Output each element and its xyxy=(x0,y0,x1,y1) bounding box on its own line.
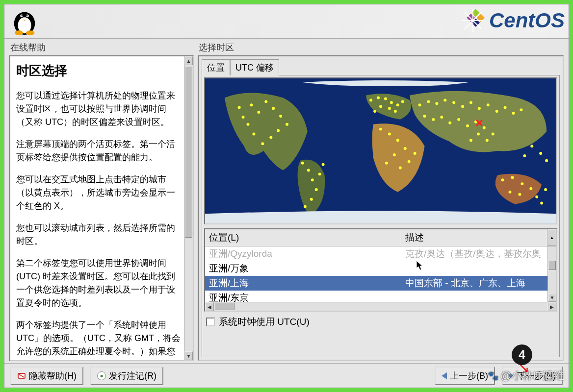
svg-point-39 xyxy=(401,100,404,103)
svg-point-52 xyxy=(414,152,417,155)
svg-point-7 xyxy=(26,30,34,35)
svg-point-36 xyxy=(384,97,387,100)
tab-utc-offset[interactable]: UTC 偏移 xyxy=(230,59,279,75)
svg-point-51 xyxy=(408,160,411,163)
column-header-location[interactable]: 位置(L) xyxy=(205,229,401,246)
svg-point-25 xyxy=(242,116,245,119)
svg-point-21 xyxy=(269,136,272,139)
scroll-right-button[interactable]: ▶ xyxy=(547,302,556,311)
svg-point-79 xyxy=(511,176,514,179)
svg-point-35 xyxy=(377,97,380,99)
svg-point-74 xyxy=(477,133,480,136)
svg-point-31 xyxy=(304,205,307,208)
svg-point-64 xyxy=(512,112,515,115)
paw-icon: 🐾 xyxy=(488,370,498,381)
svg-point-62 xyxy=(495,110,498,113)
svg-point-13 xyxy=(238,106,241,109)
back-button[interactable]: 上一步(B) xyxy=(435,367,495,385)
tab-location[interactable]: 位置 xyxy=(202,59,230,75)
cell-location: 亚洲/东京 xyxy=(205,292,401,302)
triangle-left-icon xyxy=(442,372,447,379)
svg-point-5 xyxy=(26,15,27,17)
svg-point-50 xyxy=(399,167,402,170)
svg-point-45 xyxy=(388,133,391,136)
svg-point-56 xyxy=(443,98,446,101)
utc-checkbox[interactable] xyxy=(206,318,215,326)
svg-point-80 xyxy=(521,182,523,185)
svg-point-46 xyxy=(396,139,399,142)
svg-point-49 xyxy=(385,162,388,165)
help-panel-title: 在线帮助 xyxy=(9,42,194,53)
scroll-up-button[interactable]: ▲ xyxy=(184,56,193,65)
utc-checkbox-label: 系统时钟使用 UTC(U) xyxy=(219,316,310,328)
svg-point-53 xyxy=(418,103,421,106)
svg-point-29 xyxy=(315,188,318,191)
help-paragraph: 两个标签均提供了一个「系统时钟使用 UTC」的选项。（UTC，又称 GMT，将会… xyxy=(16,318,181,360)
help-heading: 时区选择 xyxy=(16,61,181,80)
svg-point-86 xyxy=(540,202,543,205)
svg-point-54 xyxy=(427,100,430,103)
svg-point-73 xyxy=(483,126,486,129)
svg-point-38 xyxy=(396,103,399,106)
cell-location: 亚洲/万象 xyxy=(205,262,401,275)
svg-point-66 xyxy=(423,115,426,118)
svg-point-40 xyxy=(379,105,382,108)
svg-point-47 xyxy=(404,147,407,150)
timezone-panel-title: 选择时区 xyxy=(198,42,564,53)
svg-point-82 xyxy=(518,193,521,196)
svg-point-83 xyxy=(509,191,512,194)
table-row[interactable]: 亚洲/Qyzylorda 克孜/奥达（基孜/奥达，基孜尔奥 xyxy=(205,246,547,261)
table-scrollbar[interactable]: ▼ xyxy=(547,246,556,302)
table-hscrollbar[interactable]: ◀ ▶ xyxy=(205,302,556,311)
scroll-up-button[interactable]: ▲ xyxy=(547,229,556,246)
hide-help-button[interactable]: 隐藏帮助(H) xyxy=(10,367,83,385)
svg-point-33 xyxy=(322,163,325,166)
svg-point-69 xyxy=(448,122,451,124)
svg-point-61 xyxy=(487,103,490,106)
table-row[interactable]: 亚洲/东京 xyxy=(205,291,547,302)
svg-point-24 xyxy=(247,123,250,126)
release-notes-label: 发行注记(R) xyxy=(109,370,156,382)
svg-point-30 xyxy=(310,198,313,201)
cell-description: 中国东部 - 北京、广东、上海 xyxy=(401,277,547,290)
centos-text: CentOS xyxy=(489,9,565,32)
svg-point-78 xyxy=(501,178,504,181)
scroll-down-button[interactable]: ▼ xyxy=(184,351,193,360)
help-paragraph: 注意屏幕顶端的两个活页标签。第一个活页标签给您提供按位置配置的能力。 xyxy=(16,138,181,164)
cursor-icon xyxy=(416,260,424,271)
table-row-selected[interactable]: 亚洲/上海 中国东部 - 北京、广东、上海 xyxy=(205,276,547,291)
hide-icon xyxy=(17,371,26,380)
back-label: 上一步(B) xyxy=(450,370,488,382)
svg-point-16 xyxy=(264,100,267,103)
world-map[interactable] xyxy=(204,77,557,224)
svg-point-26 xyxy=(301,162,304,165)
help-scrollbar[interactable]: ▲ ▼ xyxy=(184,56,193,360)
help-paragraph: 您也可以滚动城市列表，然后选择所需的时区。 xyxy=(16,221,181,248)
svg-point-34 xyxy=(369,98,372,101)
column-header-description[interactable]: 描述 xyxy=(401,229,547,246)
release-notes-button[interactable]: ● 发行注记(R) xyxy=(90,367,163,385)
svg-point-75 xyxy=(469,139,472,142)
svg-point-81 xyxy=(529,187,532,190)
svg-point-88 xyxy=(539,152,542,155)
scroll-down-button[interactable]: ▼ xyxy=(548,293,556,302)
svg-point-4 xyxy=(22,15,23,17)
help-paragraph: 您可以在交互式地图上点击特定的城市（以黄点表示），所选城市旁边会显示一个红色的 … xyxy=(16,173,181,213)
svg-point-44 xyxy=(379,128,382,131)
help-paragraph: 第二个标签使您可以使用世界协调时间 (UTC) 时差来设置时区。您可以在此找到一… xyxy=(16,257,181,310)
tux-icon xyxy=(9,5,40,36)
watermark-text: @小林IT运维 xyxy=(500,368,564,383)
svg-point-23 xyxy=(252,133,255,136)
svg-point-68 xyxy=(440,116,443,119)
table-row[interactable]: 亚洲/万象 xyxy=(205,261,547,276)
svg-point-14 xyxy=(250,103,253,106)
svg-point-84 xyxy=(535,196,538,198)
help-paragraph: 您可以通过选择计算机所处的物理位置来设置时区，也可以按照与世界协调时间（又称 U… xyxy=(16,89,181,129)
svg-point-59 xyxy=(469,101,472,104)
scroll-left-button[interactable]: ◀ xyxy=(205,302,214,311)
svg-point-22 xyxy=(261,142,264,145)
svg-point-89 xyxy=(545,159,548,162)
svg-point-57 xyxy=(452,101,455,104)
help-text-box: 时区选择 您可以通过选择计算机所处的物理位置来设置时区，也可以按照与世界协调时间… xyxy=(9,55,194,361)
centos-icon xyxy=(461,8,485,33)
